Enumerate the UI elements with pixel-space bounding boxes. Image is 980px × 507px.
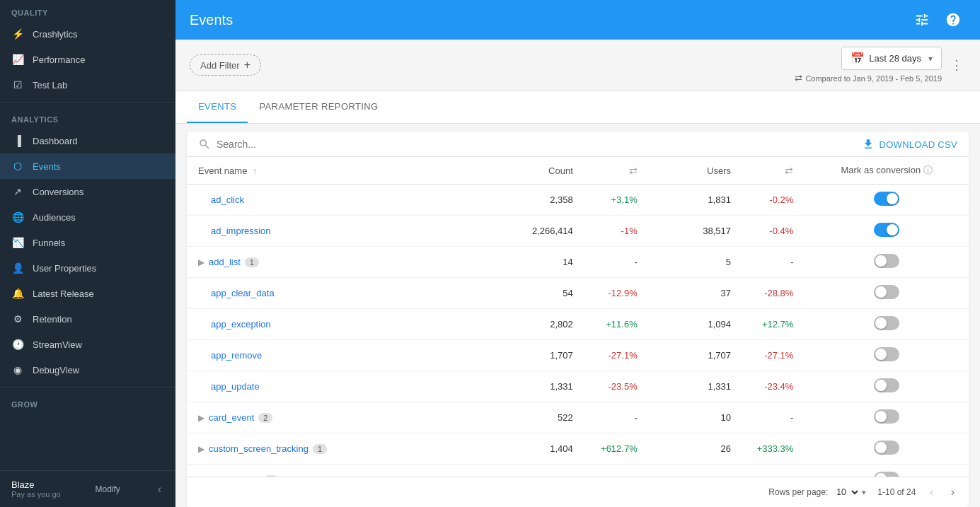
plan-sub: Pay as you go bbox=[11, 490, 61, 499]
add-filter-button[interactable]: Add Filter + bbox=[190, 54, 261, 76]
conversion-toggle[interactable] bbox=[874, 347, 899, 361]
toggle-track[interactable] bbox=[874, 285, 899, 299]
conversion-toggle[interactable] bbox=[874, 441, 899, 455]
count-cell: 54 bbox=[483, 278, 584, 309]
search-input[interactable] bbox=[217, 139, 429, 150]
toggle-knob bbox=[887, 224, 898, 235]
table-row: ad_impression2,266,414-1%38,517-0.4% bbox=[187, 216, 969, 247]
sidebar-item-test-lab[interactable]: ☑ Test Lab bbox=[0, 72, 175, 98]
expand-row-button[interactable]: ▶ bbox=[198, 413, 209, 423]
toggle-track[interactable] bbox=[874, 254, 899, 268]
top-header: Events bbox=[175, 0, 980, 40]
latest-release-icon: 🔔 bbox=[11, 287, 24, 300]
tune-icon-button[interactable] bbox=[909, 7, 935, 33]
date-range-picker[interactable]: 📅 Last 28 days ▾ bbox=[841, 47, 942, 70]
dashboard-icon: ▐ bbox=[11, 134, 24, 147]
conversion-toggle[interactable] bbox=[874, 223, 899, 237]
conversion-toggle[interactable] bbox=[874, 192, 899, 206]
sidebar-item-streamview[interactable]: 🕐 StreamView bbox=[0, 332, 175, 357]
count-cell: 14 bbox=[483, 247, 584, 278]
conversion-toggle[interactable] bbox=[874, 316, 899, 330]
count-change-value: -23.5% bbox=[609, 381, 638, 392]
rows-per-page-select[interactable]: 10 25 50 bbox=[834, 486, 860, 498]
sidebar-item-funnels[interactable]: 📉 Funnels bbox=[0, 230, 175, 255]
count-cell: 2,266,414 bbox=[483, 216, 584, 247]
download-csv-button[interactable]: DOWNLOAD CSV bbox=[862, 138, 957, 151]
mark-as-conversion-help-icon[interactable]: ⓘ bbox=[923, 165, 933, 175]
modify-button[interactable]: Modify bbox=[93, 482, 123, 497]
sidebar-item-latest-release[interactable]: 🔔 Latest Release bbox=[0, 281, 175, 306]
count-change-value: -27.1% bbox=[609, 350, 638, 361]
conversion-toggle[interactable] bbox=[874, 285, 899, 299]
event-name-link[interactable]: add_list bbox=[209, 257, 241, 267]
toggle-track[interactable] bbox=[874, 441, 899, 455]
event-name-cell: ▶card_event2 bbox=[187, 402, 483, 433]
sidebar-item-user-properties[interactable]: 👤 User Properties bbox=[0, 255, 175, 281]
test-lab-icon: ☑ bbox=[11, 78, 24, 91]
tab-parameter-reporting[interactable]: PARAMETER REPORTING bbox=[248, 91, 389, 123]
event-name-link[interactable]: app_exception bbox=[211, 319, 271, 330]
conversion-toggle[interactable] bbox=[874, 254, 899, 268]
toggle-track[interactable] bbox=[874, 223, 899, 237]
help-icon bbox=[945, 12, 961, 28]
toggle-knob bbox=[875, 317, 887, 329]
sidebar-collapse-button[interactable]: ‹ bbox=[155, 480, 164, 499]
event-name-link[interactable]: custom_screen_tracking bbox=[209, 443, 309, 454]
chevron-down-icon: ▾ bbox=[928, 54, 933, 64]
toggle-track[interactable] bbox=[874, 472, 899, 477]
sidebar-item-crashlytics[interactable]: ⚡ Crashlytics bbox=[0, 21, 175, 47]
next-page-button[interactable]: › bbox=[948, 483, 957, 501]
toggle-track[interactable] bbox=[874, 378, 899, 392]
count-change-cell: -12.9% bbox=[584, 278, 649, 309]
event-name-link[interactable]: card_event bbox=[209, 412, 254, 423]
count-change-value: +11.6% bbox=[606, 319, 637, 330]
sidebar-item-conversions[interactable]: ↗ Conversions bbox=[0, 179, 175, 204]
toggle-track[interactable] bbox=[874, 409, 899, 424]
sidebar-item-label: Performance bbox=[33, 54, 85, 65]
filter-bar: Add Filter + 📅 Last 28 days ▾ ⇄ Compared… bbox=[175, 40, 980, 91]
sidebar-item-dashboard[interactable]: ▐ Dashboard bbox=[0, 128, 175, 153]
event-name-link[interactable]: app_clear_data bbox=[211, 288, 275, 298]
event-name-cell: app_remove bbox=[187, 340, 483, 371]
sort-event-name-icon[interactable]: ↑ bbox=[253, 166, 257, 176]
users-change-cell: -27.1% bbox=[742, 340, 805, 371]
tab-events[interactable]: EVENTS bbox=[187, 91, 248, 123]
retention-icon: ⚙ bbox=[11, 313, 24, 325]
sidebar-item-retention[interactable]: ⚙ Retention bbox=[0, 306, 175, 332]
toggle-track[interactable] bbox=[874, 192, 899, 206]
users-cell: 14 bbox=[649, 465, 742, 477]
crashlytics-icon: ⚡ bbox=[11, 28, 24, 40]
toggle-track[interactable] bbox=[874, 316, 899, 330]
users-swap-icon[interactable]: ⇄ bbox=[785, 165, 793, 176]
expand-row-button[interactable]: ▶ bbox=[198, 444, 209, 454]
funnels-icon: 📉 bbox=[11, 236, 24, 249]
count-cell: 1,404 bbox=[483, 433, 584, 465]
prev-page-button[interactable]: ‹ bbox=[927, 483, 936, 501]
count-swap-icon[interactable]: ⇄ bbox=[629, 165, 638, 176]
filter-more-options-button[interactable]: ⋮ bbox=[947, 54, 966, 76]
users-change-cell: +1,300% bbox=[742, 465, 805, 477]
sidebar-item-label: Test Lab bbox=[33, 80, 67, 91]
users-change-value: -0.4% bbox=[769, 226, 793, 236]
table-row: app_remove1,707-27.1%1,707-27.1% bbox=[187, 340, 969, 371]
event-badge: 2 bbox=[258, 413, 272, 423]
event-name-link[interactable]: app_remove bbox=[211, 350, 262, 361]
toggle-track[interactable] bbox=[874, 347, 899, 361]
sidebar-item-performance[interactable]: 📈 Performance bbox=[0, 47, 175, 72]
event-name-link[interactable]: app_update bbox=[211, 381, 260, 392]
conversion-toggle[interactable] bbox=[874, 472, 899, 477]
sidebar-item-events[interactable]: ⬡ Events bbox=[0, 153, 175, 179]
toggle-knob bbox=[875, 473, 887, 477]
conversion-toggle[interactable] bbox=[874, 409, 899, 424]
expand-row-button[interactable]: ▶ bbox=[198, 257, 209, 267]
sidebar-item-debugview[interactable]: ◉ DebugView bbox=[0, 357, 175, 383]
conversion-toggle[interactable] bbox=[874, 378, 899, 392]
sidebar-item-audiences[interactable]: 🌐 Audiences bbox=[0, 204, 175, 230]
compare-arrows-icon: ⇄ bbox=[795, 73, 802, 83]
filter-date-wrap: 📅 Last 28 days ▾ ⇄ Compared to Jan 9, 20… bbox=[795, 47, 942, 83]
event-name-link[interactable]: ad_click bbox=[211, 194, 244, 205]
sidebar-item-label: Dashboard bbox=[33, 136, 78, 146]
sidebar-item-label: Events bbox=[33, 161, 61, 172]
help-icon-button[interactable] bbox=[940, 7, 966, 33]
event-name-link[interactable]: ad_impression bbox=[211, 226, 271, 236]
